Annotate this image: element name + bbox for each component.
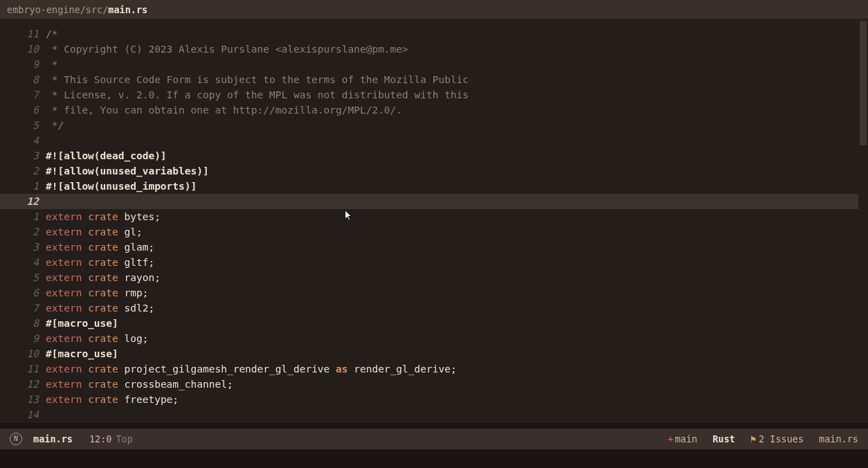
code-content[interactable]: extern crate glam; — [46, 240, 868, 255]
line-number: 5 — [12, 118, 46, 133]
code-content[interactable]: * — [46, 57, 868, 72]
status-position: 12:0 — [89, 429, 112, 449]
code-line[interactable]: 2extern crate gl; — [12, 224, 868, 240]
code-line[interactable]: 10#[macro_use] — [12, 346, 868, 361]
line-number: 7 — [12, 87, 46, 102]
code-content[interactable]: extern crate sdl2; — [46, 300, 868, 316]
status-scroll: Top — [116, 429, 132, 449]
code-content[interactable]: extern crate project_gilgamesh_render_gl… — [46, 361, 868, 377]
code-content[interactable]: extern crate gltf; — [46, 255, 868, 270]
code-line[interactable]: 14 — [12, 407, 868, 422]
language-mode[interactable]: Rust — [712, 429, 735, 449]
code-content[interactable]: #[macro_use] — [46, 346, 868, 361]
code-line[interactable]: 9 * — [12, 57, 868, 72]
issues-count[interactable]: 2 Issues — [759, 429, 804, 449]
breadcrumb-path: embryo-engine/src/ — [7, 4, 108, 15]
line-number: 9 — [12, 57, 46, 72]
line-number: 4 — [12, 133, 46, 148]
line-number: 8 — [12, 72, 46, 87]
scrollbar-thumb[interactable] — [860, 21, 867, 145]
code-line[interactable]: 9extern crate log; — [12, 331, 868, 346]
code-line[interactable]: 11extern crate project_gilgamesh_render_… — [12, 361, 868, 377]
line-number: 10 — [12, 346, 46, 361]
code-line[interactable]: 10 * Copyright (C) 2023 Alexis Purslane … — [12, 42, 868, 57]
line-number: 1 — [12, 209, 46, 224]
code-content[interactable]: #[macro_use] — [46, 316, 868, 331]
line-number: 3 — [12, 240, 46, 255]
code-line-current[interactable]: 12 — [0, 194, 868, 209]
flag-icon: ⚑ — [750, 429, 756, 449]
line-number: 11 — [12, 26, 46, 42]
breadcrumb-file: main.rs — [108, 4, 147, 15]
code-line[interactable]: 1extern crate bytes; — [12, 209, 868, 224]
code-line[interactable]: 8 * This Source Code Form is subject to … — [12, 72, 868, 87]
line-number: 14 — [12, 407, 46, 422]
code-content[interactable]: #![allow(dead_code)] — [46, 148, 868, 163]
line-number: 2 — [12, 163, 46, 179]
line-number: 8 — [12, 316, 46, 331]
code-content[interactable]: #![allow(unused_variables)] — [46, 163, 868, 179]
line-number: 2 — [12, 224, 46, 240]
code-content[interactable]: /* — [46, 26, 868, 42]
code-line[interactable]: 5extern crate rayon; — [12, 270, 868, 285]
line-number: 9 — [12, 331, 46, 346]
code-line[interactable]: 13extern crate freetype; — [12, 392, 868, 407]
line-number: 6 — [12, 285, 46, 300]
line-number: 4 — [12, 255, 46, 270]
code-line[interactable]: 3extern crate glam; — [12, 240, 868, 255]
code-content[interactable]: extern crate rmp; — [46, 285, 868, 300]
line-number: 5 — [12, 270, 46, 285]
code-line[interactable]: 4extern crate gltf; — [12, 255, 868, 270]
code-line[interactable]: 5 */ — [12, 118, 868, 133]
code-line[interactable]: 8#[macro_use] — [12, 316, 868, 331]
line-number: 7 — [12, 300, 46, 316]
code-content[interactable]: * file, You can obtain one at http://moz… — [46, 102, 868, 118]
line-number: 3 — [12, 148, 46, 163]
code-line[interactable]: 7extern crate sdl2; — [12, 300, 868, 316]
line-number: 6 — [12, 102, 46, 118]
code-content[interactable]: * Copyright (C) 2023 Alexis Purslane <al… — [46, 42, 868, 57]
code-line[interactable]: 6 * file, You can obtain one at http://m… — [12, 102, 868, 118]
code-line[interactable]: 7 * License, v. 2.0. If a copy of the MP… — [12, 87, 868, 102]
code-content[interactable]: extern crate bytes; — [46, 209, 868, 224]
code-content[interactable]: * This Source Code Form is subject to th… — [46, 72, 868, 87]
line-number: 1 — [12, 179, 46, 194]
code-content[interactable]: extern crate freetype; — [46, 392, 868, 407]
bottom-strip — [0, 449, 868, 468]
vcs-dirty-icon: + — [668, 429, 673, 449]
code-line[interactable]: 1#![allow(unused_imports)] — [12, 179, 868, 194]
code-line[interactable]: 6extern crate rmp; — [12, 285, 868, 300]
line-number: 11 — [12, 361, 46, 377]
code-content[interactable]: */ — [46, 118, 868, 133]
code-line[interactable]: 3#![allow(dead_code)] — [12, 148, 868, 163]
code-line[interactable]: 4 — [12, 133, 868, 148]
status-filename[interactable]: main.rs — [33, 429, 73, 449]
breadcrumb[interactable]: embryo-engine/src/main.rs — [0, 0, 868, 19]
scrollbar-track[interactable] — [858, 19, 868, 423]
code-editor[interactable]: 11/*10 * Copyright (C) 2023 Alexis Pursl… — [0, 19, 868, 423]
git-branch[interactable]: main — [675, 429, 698, 449]
line-number: 12 — [12, 194, 46, 209]
line-number: 13 — [12, 392, 46, 407]
status-right-file: main.rs — [819, 429, 858, 449]
code-content[interactable]: extern crate log; — [46, 331, 868, 346]
line-number: 10 — [12, 42, 46, 57]
code-content[interactable]: extern crate rayon; — [46, 270, 868, 285]
code-line[interactable]: 12extern crate crossbeam_channel; — [12, 377, 868, 392]
code-content[interactable]: * License, v. 2.0. If a copy of the MPL … — [46, 87, 868, 102]
line-number: 12 — [12, 377, 46, 392]
status-bar: N main.rs 12:0 Top + main Rust ⚑ 2 Issue… — [0, 429, 868, 449]
code-line[interactable]: 11/* — [12, 26, 868, 42]
mode-indicator: N — [10, 433, 22, 445]
code-content[interactable]: extern crate crossbeam_channel; — [46, 377, 868, 392]
code-content[interactable]: #![allow(unused_imports)] — [46, 179, 868, 194]
code-line[interactable]: 2#![allow(unused_variables)] — [12, 163, 868, 179]
code-content[interactable]: extern crate gl; — [46, 224, 868, 240]
